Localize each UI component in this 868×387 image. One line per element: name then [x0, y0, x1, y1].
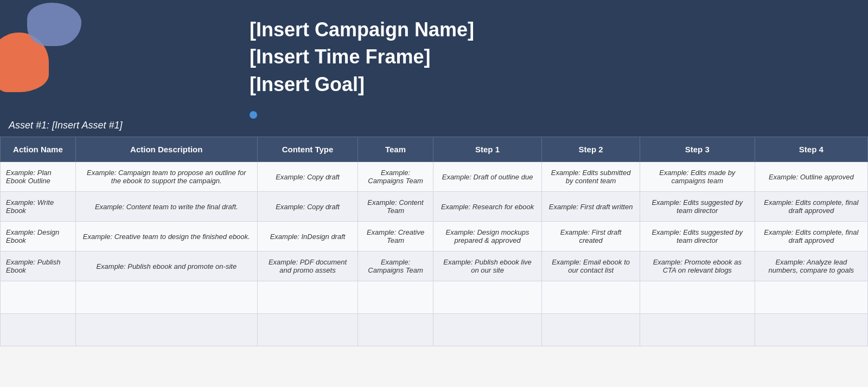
col-step2: Step 2: [542, 137, 640, 162]
table-row: Example: Design EbookExample: Creative t…: [1, 222, 868, 251]
table-cell: Example: Edits made by campaigns team: [640, 162, 755, 192]
table-cell: Example: Design Ebook: [1, 222, 76, 251]
table-cell: [542, 314, 640, 346]
table-cell: Example: Content team to write the final…: [75, 192, 257, 222]
col-action-description: Action Description: [75, 137, 257, 162]
table-cell: [755, 281, 867, 314]
table-cell: Example: Copy draft: [257, 162, 358, 192]
col-step1: Step 1: [433, 137, 542, 162]
table-cell: Example: Email ebook to our contact list: [542, 251, 640, 281]
col-team: Team: [358, 137, 433, 162]
table-header-row: Action Name Action Description Content T…: [1, 137, 868, 162]
table-row: Example: Publish EbookExample: Publish e…: [1, 251, 868, 281]
table-cell: [358, 314, 433, 346]
table-cell: Example: Publish ebook and promote on-si…: [75, 251, 257, 281]
table-cell: Example: First draft created: [542, 222, 640, 251]
table-cell: [433, 314, 542, 346]
table-cell: Example: Promote ebook as CTA on relevan…: [640, 251, 755, 281]
table-cell: [433, 281, 542, 314]
table-cell: Example: Edits suggested by team directo…: [640, 222, 755, 251]
table-cell: Example: Research for ebook: [433, 192, 542, 222]
table-cell: [755, 314, 867, 346]
table-cell: [1, 281, 76, 314]
table-row: Example: Write EbookExample: Content tea…: [1, 192, 868, 222]
table-cell: Example: First draft written: [542, 192, 640, 222]
table-row: [1, 281, 868, 314]
table-cell: Example: Publish ebook live on our site: [433, 251, 542, 281]
campaign-table: Action Name Action Description Content T…: [0, 137, 868, 346]
table-cell: Example: InDesign draft: [257, 222, 358, 251]
table-cell: Example: Publish Ebook: [1, 251, 76, 281]
header-title: [Insert Campaign Name] [Insert Time Fram…: [250, 16, 474, 98]
table-cell: [1, 314, 76, 346]
asset-label: Asset #1:: [9, 120, 52, 131]
table-cell: [257, 314, 358, 346]
col-step3: Step 3: [640, 137, 755, 162]
table-cell: Example: Edits complete, final draft app…: [755, 192, 867, 222]
table-cell: [257, 281, 358, 314]
table-cell: [75, 281, 257, 314]
col-step4: Step 4: [755, 137, 867, 162]
asset-section-header: Asset #1: [Insert Asset #1]: [0, 114, 868, 137]
col-content-type: Content Type: [257, 137, 358, 162]
time-frame-line: [Insert Time Frame]: [250, 43, 474, 70]
table-cell: Example: Draft of outline due: [433, 162, 542, 192]
asset-label-italic: [Insert Asset #1]: [52, 120, 122, 131]
page-header: [Insert Campaign Name] [Insert Time Fram…: [0, 0, 868, 114]
table-cell: Example: Campaign team to propose an out…: [75, 162, 257, 192]
table-cell: Example: PDF document and promo assets: [257, 251, 358, 281]
table-cell: Example: Edits submitted by content team: [542, 162, 640, 192]
table-cell: Example: Campaigns Team: [358, 251, 433, 281]
table-cell: Example: Copy draft: [257, 192, 358, 222]
table-row: Example: Plan Ebook OutlineExample: Camp…: [1, 162, 868, 192]
table-cell: Example: Outline approved: [755, 162, 867, 192]
col-action-name: Action Name: [1, 137, 76, 162]
table-cell: Example: Plan Ebook Outline: [1, 162, 76, 192]
table-cell: [75, 314, 257, 346]
table-cell: Example: Edits complete, final draft app…: [755, 222, 867, 251]
table-cell: [542, 281, 640, 314]
table-row: [1, 314, 868, 346]
decorative-blobs: [0, 0, 108, 87]
table-cell: Example: Content Team: [358, 192, 433, 222]
table-cell: Example: Write Ebook: [1, 192, 76, 222]
table-cell: [640, 314, 755, 346]
table-cell: Example: Edits suggested by team directo…: [640, 192, 755, 222]
blob-blue-icon: [27, 3, 81, 46]
table-cell: Example: Design mockups prepared & appro…: [433, 222, 542, 251]
table-cell: [640, 281, 755, 314]
table-cell: Example: Creative team to design the fin…: [75, 222, 257, 251]
table-cell: Example: Campaigns Team: [358, 162, 433, 192]
campaign-name-line: [Insert Campaign Name]: [250, 16, 474, 43]
goal-line: [Insert Goal]: [250, 71, 474, 98]
table-cell: Example: Creative Team: [358, 222, 433, 251]
table-cell: [358, 281, 433, 314]
table-cell: Example: Analyze lead numbers, compare t…: [755, 251, 867, 281]
